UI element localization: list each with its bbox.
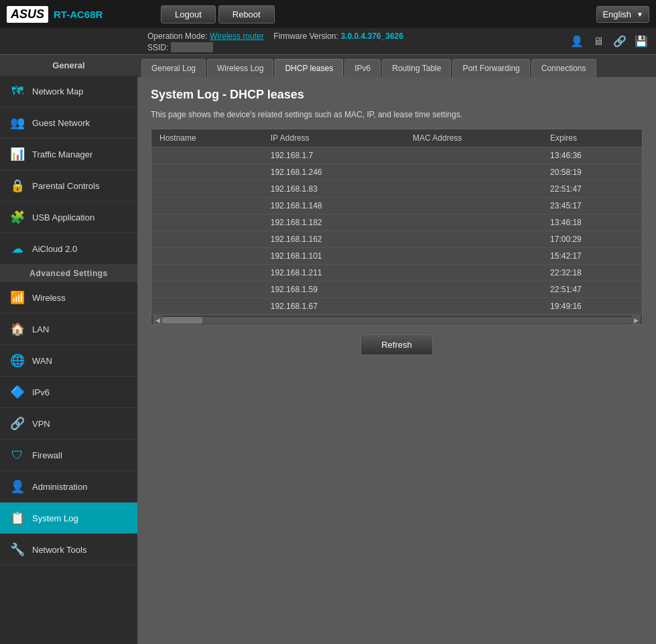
sidebar-item-firewall[interactable]: 🛡 Firewall bbox=[0, 440, 137, 471]
sidebar-item-wireless[interactable]: 📶 Wireless bbox=[0, 282, 137, 314]
main-layout: General 🗺 Network Map 👥 Guest Network 📊 … bbox=[0, 55, 656, 644]
sidebar-item-wan[interactable]: 🌐 WAN bbox=[0, 345, 137, 377]
tab-general-log[interactable]: General Log bbox=[141, 59, 206, 77]
cell-expires: 22:51:47 bbox=[542, 181, 642, 198]
cell-expires: 17:00:29 bbox=[542, 231, 642, 248]
cell-mac bbox=[405, 231, 542, 248]
share-icon[interactable]: 🔗 bbox=[612, 34, 628, 50]
horizontal-scrollbar[interactable]: ◀ ▶ bbox=[151, 315, 642, 324]
sidebar-item-network-tools[interactable]: 🔧 Network Tools bbox=[0, 534, 137, 566]
network-map-icon: 🗺 bbox=[9, 83, 25, 99]
sidebar-item-ipv6[interactable]: 🔷 IPv6 bbox=[0, 377, 137, 408]
parental-controls-icon: 🔒 bbox=[9, 178, 25, 194]
cell-ip: 192.168.1.59 bbox=[263, 281, 405, 298]
user-icon[interactable]: 👤 bbox=[569, 34, 585, 50]
tab-routing-table[interactable]: Routing Table bbox=[382, 59, 451, 77]
network-tools-icon: 🔧 bbox=[9, 541, 25, 558]
cell-mac bbox=[405, 181, 542, 198]
cell-ip: 192.168.1.162 bbox=[263, 231, 405, 248]
table-row: 192.168.1.10115:42:17 bbox=[151, 248, 642, 265]
refresh-button[interactable]: Refresh bbox=[360, 334, 433, 355]
wan-icon: 🌐 bbox=[9, 352, 25, 369]
cell-ip: 192.168.1.67 bbox=[263, 298, 405, 315]
tab-ipv6[interactable]: IPv6 bbox=[344, 59, 381, 77]
cell-mac bbox=[405, 214, 542, 231]
header: ASUS RT-AC68R Logout Reboot English ▼ bbox=[0, 0, 656, 28]
scroll-track bbox=[162, 317, 631, 324]
sidebar-item-aicloud[interactable]: ☁ AiCloud 2.0 bbox=[0, 233, 137, 265]
table-row: 192.168.1.8322:51:47 bbox=[151, 181, 642, 198]
sidebar-item-label: Parental Controls bbox=[32, 181, 99, 191]
firewall-icon: 🛡 bbox=[9, 447, 25, 463]
content-area: General Log Wireless Log DHCP leases IPv… bbox=[137, 55, 656, 644]
sidebar-item-vpn[interactable]: 🔗 VPN bbox=[0, 408, 137, 440]
col-expires: Expires bbox=[542, 129, 642, 147]
monitor-icon[interactable]: 🖥 bbox=[590, 34, 606, 50]
sidebar-item-label: AiCloud 2.0 bbox=[32, 244, 77, 254]
cell-expires: 15:42:17 bbox=[542, 248, 642, 265]
cell-mac bbox=[405, 265, 542, 281]
tab-port-forwarding[interactable]: Port Forwarding bbox=[452, 59, 529, 77]
cell-hostname bbox=[151, 231, 263, 248]
page-title: System Log - DHCP leases bbox=[151, 88, 643, 102]
cell-hostname bbox=[151, 214, 263, 231]
sidebar-item-parental-controls[interactable]: 🔒 Parental Controls bbox=[0, 170, 137, 202]
asus-logo: ASUS bbox=[7, 6, 48, 23]
ssid-label: SSID: bbox=[147, 43, 168, 52]
cell-mac bbox=[405, 164, 542, 181]
sidebar-item-lan[interactable]: 🏠 LAN bbox=[0, 314, 137, 345]
cell-hostname bbox=[151, 298, 263, 315]
chevron-down-icon: ▼ bbox=[637, 11, 643, 18]
traffic-manager-icon: 📊 bbox=[9, 146, 25, 162]
cell-mac bbox=[405, 281, 542, 298]
cell-ip: 192.168.1.7 bbox=[263, 147, 405, 164]
sidebar-item-guest-network[interactable]: 👥 Guest Network bbox=[0, 107, 137, 139]
save-icon[interactable]: 💾 bbox=[633, 34, 649, 50]
aicloud-icon: ☁ bbox=[9, 241, 25, 257]
ssid-value: •••••••••••• bbox=[171, 42, 213, 52]
logout-button[interactable]: Logout bbox=[161, 5, 216, 23]
tab-connections[interactable]: Connections bbox=[531, 59, 596, 77]
table-row: 192.168.1.713:46:36 bbox=[151, 147, 642, 164]
dhcp-table: Hostname IP Address MAC Address Expires … bbox=[151, 129, 642, 315]
model-name: RT-AC68R bbox=[54, 9, 103, 20]
cell-ip: 192.168.1.182 bbox=[263, 214, 405, 231]
sidebar-item-network-map[interactable]: 🗺 Network Map bbox=[0, 76, 137, 107]
tab-dhcp-leases[interactable]: DHCP leases bbox=[275, 59, 343, 77]
sidebar-item-label: IPv6 bbox=[32, 387, 50, 397]
sidebar-item-usb-application[interactable]: 🧩 USB Application bbox=[0, 202, 137, 233]
cell-expires: 13:46:18 bbox=[542, 214, 642, 231]
system-log-icon: 📋 bbox=[9, 510, 25, 526]
sidebar-item-label: USB Application bbox=[32, 212, 94, 222]
sidebar-item-administration[interactable]: 👤 Administration bbox=[0, 471, 137, 503]
sidebar-item-label: System Log bbox=[32, 513, 78, 523]
info-bar-left: Operation Mode: Wireless router Firmware… bbox=[147, 31, 403, 52]
table-row: 192.168.1.21122:32:18 bbox=[151, 265, 642, 281]
sidebar-item-traffic-manager[interactable]: 📊 Traffic Manager bbox=[0, 139, 137, 170]
table-row: 192.168.1.6719:49:16 bbox=[151, 298, 642, 315]
advanced-section-label: Advanced Settings bbox=[0, 265, 137, 282]
guest-network-icon: 👥 bbox=[9, 115, 25, 131]
tab-wireless-log[interactable]: Wireless Log bbox=[207, 59, 273, 77]
sidebar-item-label: WAN bbox=[32, 356, 52, 366]
cell-hostname bbox=[151, 198, 263, 214]
language-label: English bbox=[602, 9, 631, 19]
op-mode-value[interactable]: Wireless router bbox=[210, 31, 264, 41]
general-section-label: General bbox=[0, 55, 137, 76]
info-bar: Operation Mode: Wireless router Firmware… bbox=[0, 28, 656, 55]
table-row: 192.168.1.16217:00:29 bbox=[151, 231, 642, 248]
dhcp-scroll-area[interactable]: Hostname IP Address MAC Address Expires … bbox=[151, 129, 642, 315]
vpn-icon: 🔗 bbox=[9, 415, 25, 432]
sidebar-item-system-log[interactable]: 📋 System Log bbox=[0, 503, 137, 534]
reboot-button[interactable]: Reboot bbox=[218, 5, 275, 23]
usb-application-icon: 🧩 bbox=[9, 209, 25, 225]
sidebar: General 🗺 Network Map 👥 Guest Network 📊 … bbox=[0, 55, 137, 644]
cell-ip: 192.168.1.148 bbox=[263, 198, 405, 214]
scroll-right-button[interactable]: ▶ bbox=[631, 316, 641, 325]
cell-hostname bbox=[151, 265, 263, 281]
cell-expires: 23:45:17 bbox=[542, 198, 642, 214]
cell-hostname bbox=[151, 164, 263, 181]
page-description: This page shows the device's related set… bbox=[151, 110, 643, 119]
scroll-left-button[interactable]: ◀ bbox=[153, 316, 162, 325]
language-selector[interactable]: English ▼ bbox=[596, 6, 649, 23]
